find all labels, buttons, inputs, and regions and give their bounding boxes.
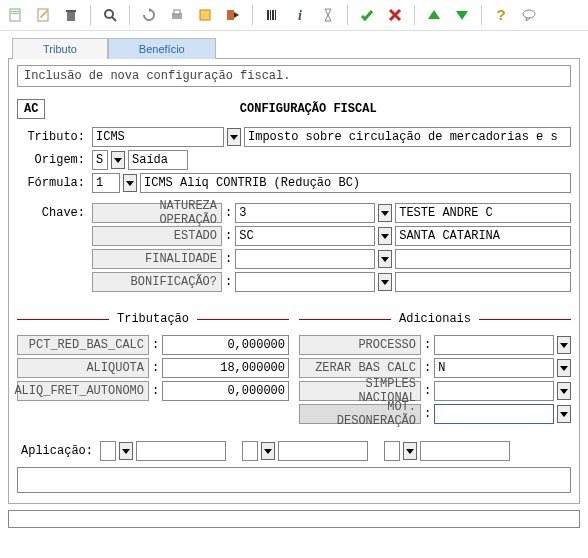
print-icon[interactable] bbox=[166, 4, 188, 26]
cancel-icon[interactable] bbox=[384, 4, 406, 26]
aplicacao-field-2[interactable] bbox=[242, 441, 258, 461]
adic-name-1: ZERAR BAS CALC bbox=[299, 358, 421, 378]
origem-code-field[interactable]: S bbox=[92, 150, 108, 170]
help-icon[interactable]: ? bbox=[490, 4, 512, 26]
chave-dd-2[interactable] bbox=[378, 250, 392, 268]
chave-dd-3[interactable] bbox=[378, 273, 392, 291]
aplicacao-dd-1[interactable] bbox=[119, 442, 133, 460]
svg-marker-32 bbox=[560, 343, 568, 348]
svg-line-7 bbox=[112, 17, 116, 21]
chave-code-1[interactable]: SC bbox=[235, 226, 375, 246]
chave-desc-3 bbox=[395, 272, 571, 292]
svg-rect-12 bbox=[227, 10, 234, 20]
chave-name-2: FINALIDADE bbox=[92, 249, 222, 269]
svg-rect-5 bbox=[66, 10, 76, 12]
adic-value-3[interactable] bbox=[434, 404, 554, 424]
ac-badge: AC bbox=[17, 99, 45, 119]
info-icon[interactable]: i bbox=[289, 4, 311, 26]
colon: : bbox=[225, 206, 232, 220]
origem-label: Origem: bbox=[17, 153, 89, 167]
delete-icon[interactable] bbox=[60, 4, 82, 26]
svg-marker-25 bbox=[230, 135, 238, 140]
colon: : bbox=[152, 338, 159, 352]
aplicacao-field-3[interactable] bbox=[384, 441, 400, 461]
status-bar bbox=[17, 467, 571, 493]
svg-rect-16 bbox=[272, 10, 274, 20]
svg-marker-35 bbox=[560, 412, 568, 417]
search-icon[interactable] bbox=[99, 4, 121, 26]
aplicacao-desc-3 bbox=[420, 441, 510, 461]
chave-code-3[interactable] bbox=[235, 272, 375, 292]
colon: : bbox=[424, 407, 431, 421]
chave-code-0[interactable]: 3 bbox=[235, 203, 375, 223]
svg-rect-15 bbox=[270, 10, 271, 20]
svg-rect-0 bbox=[10, 9, 20, 21]
trib-value-2[interactable]: 0,000000 bbox=[162, 381, 289, 401]
svg-marker-37 bbox=[264, 449, 272, 454]
main-panel: Inclusão de nova configuração fiscal. AC… bbox=[8, 58, 580, 504]
formula-code-field[interactable]: 1 bbox=[92, 173, 120, 193]
trib-name-1: ALIQUOTA bbox=[17, 358, 149, 378]
chave-name-3: BONIFICAÇÃO? bbox=[92, 272, 222, 292]
svg-marker-38 bbox=[406, 449, 414, 454]
svg-marker-30 bbox=[381, 257, 389, 262]
adic-dd-1[interactable] bbox=[557, 359, 571, 377]
aplicacao-desc-2 bbox=[278, 441, 368, 461]
chave-dd-0[interactable] bbox=[378, 204, 392, 222]
timer-icon[interactable] bbox=[317, 4, 339, 26]
down-icon[interactable] bbox=[451, 4, 473, 26]
trib-name-0: PCT_RED_BAS_CALC bbox=[17, 335, 149, 355]
trib-value-0[interactable]: 0,000000 bbox=[162, 335, 289, 355]
exit-icon[interactable] bbox=[222, 4, 244, 26]
tab-beneficio[interactable]: Benefício bbox=[108, 38, 216, 59]
chave-dd-1[interactable] bbox=[378, 227, 392, 245]
adic-value-2[interactable] bbox=[434, 381, 554, 401]
trib-value-1[interactable]: 18,000000 bbox=[162, 358, 289, 378]
up-icon[interactable] bbox=[423, 4, 445, 26]
aplicacao-dd-3[interactable] bbox=[403, 442, 417, 460]
colon: : bbox=[424, 361, 431, 375]
svg-marker-31 bbox=[381, 280, 389, 285]
barcode-icon[interactable] bbox=[261, 4, 283, 26]
aplicacao-dd-2[interactable] bbox=[261, 442, 275, 460]
tributo-dropdown[interactable] bbox=[227, 128, 241, 146]
export-icon[interactable] bbox=[194, 4, 216, 26]
origem-value-field: Saída bbox=[128, 150, 188, 170]
chave-name-1: ESTADO bbox=[92, 226, 222, 246]
new-icon[interactable] bbox=[4, 4, 26, 26]
chave-code-2[interactable] bbox=[235, 249, 375, 269]
chave-desc-0: TESTE ANDRE C bbox=[395, 203, 571, 223]
colon: : bbox=[225, 252, 232, 266]
adic-dd-2[interactable] bbox=[557, 382, 571, 400]
tabs: Tributo Benefício bbox=[12, 37, 588, 58]
tab-tributo[interactable]: Tributo bbox=[12, 38, 108, 59]
aplicacao-desc-1 bbox=[136, 441, 226, 461]
svg-marker-13 bbox=[234, 12, 239, 18]
refresh-icon[interactable] bbox=[138, 4, 160, 26]
ok-icon[interactable] bbox=[356, 4, 378, 26]
svg-marker-34 bbox=[560, 389, 568, 394]
description-bar: Inclusão de nova configuração fiscal. bbox=[17, 65, 571, 87]
origem-dropdown[interactable] bbox=[111, 151, 125, 169]
svg-point-24 bbox=[523, 10, 535, 18]
colon: : bbox=[225, 275, 232, 289]
svg-rect-14 bbox=[267, 10, 269, 20]
tributo-desc-field: Imposto sobre circulação de mercadorias … bbox=[244, 127, 571, 147]
svg-rect-1 bbox=[11, 11, 19, 12]
svg-rect-11 bbox=[200, 10, 210, 20]
bottom-frame bbox=[8, 510, 580, 528]
svg-marker-21 bbox=[428, 10, 440, 19]
comment-icon[interactable] bbox=[518, 4, 540, 26]
edit-icon[interactable] bbox=[32, 4, 54, 26]
tributacao-legend: Tributação bbox=[109, 312, 197, 326]
svg-rect-17 bbox=[275, 10, 276, 20]
formula-dropdown[interactable] bbox=[123, 174, 137, 192]
chave-name-0: NATUREZA OPERAÇÃO bbox=[92, 203, 222, 223]
page-title: CONFIGURAÇÃO FISCAL bbox=[45, 102, 571, 116]
tributo-field[interactable]: ICMS bbox=[92, 127, 224, 147]
adic-value-0[interactable] bbox=[434, 335, 554, 355]
adic-value-1[interactable]: N bbox=[434, 358, 554, 378]
adic-dd-0[interactable] bbox=[557, 336, 571, 354]
aplicacao-field-1[interactable] bbox=[100, 441, 116, 461]
adic-dd-3[interactable] bbox=[557, 405, 571, 423]
